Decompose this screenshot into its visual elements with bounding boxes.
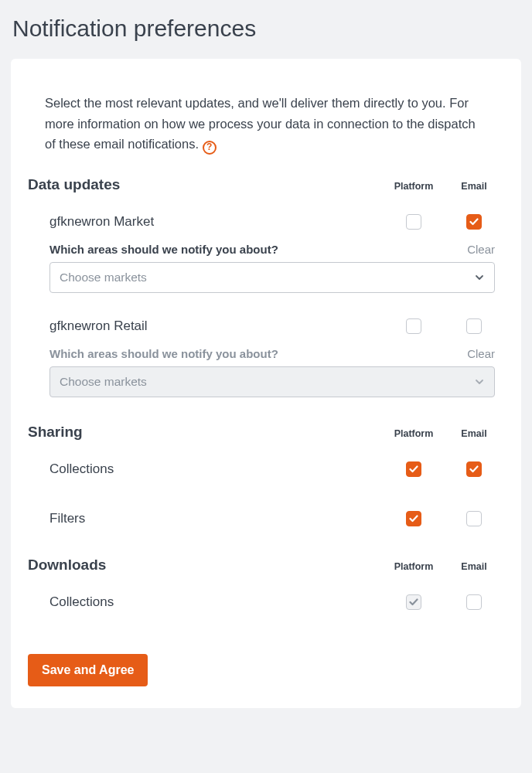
checkbox-sharing-filters-email[interactable] [466, 511, 482, 526]
column-header-email: Email [444, 561, 504, 572]
check-cell-platform [384, 461, 444, 477]
checkbox-sharing-collections-email[interactable] [466, 461, 482, 477]
section-title-downloads: Downloads [28, 557, 384, 574]
column-header-email: Email [444, 428, 504, 439]
clear-link-market[interactable]: Clear [467, 243, 504, 256]
section-data-updates: Data updates Platform Email gfknewron Ma… [28, 176, 504, 397]
checkbox-market-email[interactable] [466, 214, 482, 230]
section-header: Sharing Platform Email [28, 424, 504, 441]
help-icon[interactable]: ? [203, 141, 217, 155]
section-header: Data updates Platform Email [28, 176, 504, 193]
section-downloads: Downloads Platform Email Collections [28, 557, 504, 614]
check-cell-platform [384, 214, 444, 230]
row-label: gfknewron Retail [49, 318, 384, 334]
intro-text: Select the most relevant updates, and we… [28, 93, 504, 155]
check-cell-email [444, 214, 504, 230]
areas-prompt-row-market: Which areas should we notify you about? … [28, 243, 504, 256]
check-cell-platform [384, 318, 444, 334]
preferences-card: Select the most relevant updates, and we… [11, 59, 521, 708]
market-select[interactable]: Choose markets [49, 262, 495, 293]
save-and-agree-button[interactable]: Save and Agree [28, 654, 148, 686]
section-sharing: Sharing Platform Email Collections Filte… [28, 424, 504, 530]
row-label: Collections [49, 461, 384, 477]
clear-link-retail[interactable]: Clear [467, 347, 504, 360]
check-cell-platform [384, 594, 444, 610]
checkbox-retail-email[interactable] [466, 318, 482, 334]
retail-select: Choose markets [49, 366, 495, 397]
areas-prompt-label: Which areas should we notify you about? [49, 243, 467, 256]
checkbox-retail-platform[interactable] [406, 318, 421, 334]
check-cell-email [444, 594, 504, 610]
column-header-platform: Platform [384, 181, 444, 192]
areas-prompt-label: Which areas should we notify you about? [49, 347, 467, 360]
row-sharing-collections: Collections [28, 458, 504, 481]
row-gfknewron-market: gfknewron Market [28, 210, 504, 233]
select-placeholder: Choose markets [60, 271, 474, 284]
checkbox-sharing-collections-platform[interactable] [406, 461, 421, 477]
section-title-data-updates: Data updates [28, 176, 384, 193]
row-label: gfknewron Market [49, 214, 384, 230]
column-header-email: Email [444, 181, 504, 192]
row-sharing-filters: Filters [28, 507, 504, 530]
checkbox-sharing-filters-platform[interactable] [406, 511, 421, 526]
chevron-down-icon [474, 272, 485, 283]
page-title: Notification preferences [0, 0, 532, 59]
chevron-down-icon [474, 376, 485, 387]
row-label: Filters [49, 511, 384, 526]
check-cell-email [444, 461, 504, 477]
row-gfknewron-retail: gfknewron Retail [28, 315, 504, 338]
row-downloads-collections: Collections [28, 591, 504, 614]
section-header: Downloads Platform Email [28, 557, 504, 574]
section-title-sharing: Sharing [28, 424, 384, 441]
row-label: Collections [49, 594, 384, 610]
check-cell-platform [384, 511, 444, 526]
checkbox-market-platform[interactable] [406, 214, 421, 230]
areas-prompt-row-retail: Which areas should we notify you about? … [28, 347, 504, 360]
check-cell-email [444, 511, 504, 526]
checkbox-downloads-collections-email[interactable] [466, 594, 482, 610]
column-header-platform: Platform [384, 428, 444, 439]
intro-text-content: Select the most relevant updates, and we… [45, 96, 476, 151]
checkbox-downloads-collections-platform [406, 594, 421, 610]
column-header-platform: Platform [384, 561, 444, 572]
check-cell-email [444, 318, 504, 334]
select-placeholder: Choose markets [60, 375, 474, 389]
